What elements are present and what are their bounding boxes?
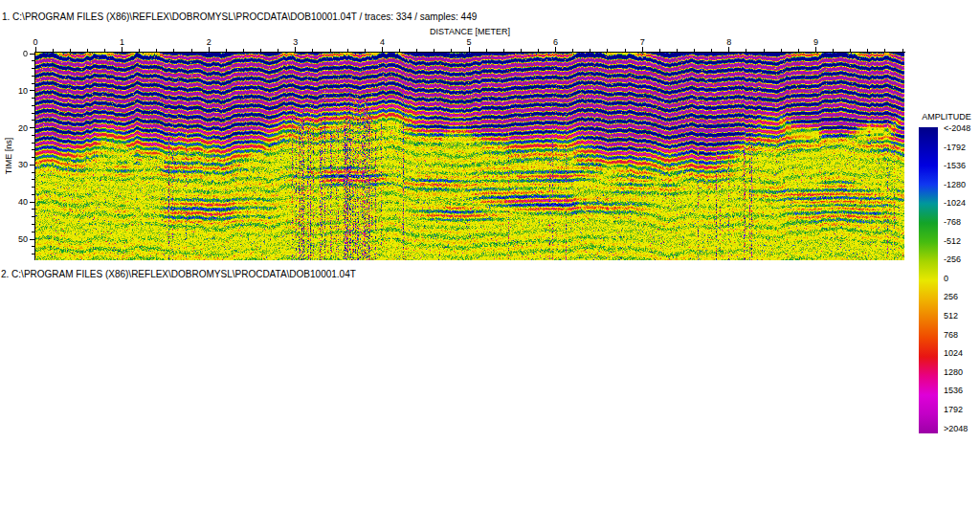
time-major-tick: [30, 239, 34, 240]
time-minor-tick: [32, 209, 34, 210]
distance-minor-tick: [330, 49, 331, 52]
distance-axis-title: DISTANCE [METER]: [430, 27, 510, 36]
distance-minor-tick: [902, 49, 903, 52]
distance-minor-tick: [347, 49, 348, 52]
distance-minor-tick: [226, 49, 227, 52]
distance-minor-tick: [191, 49, 192, 52]
distance-minor-tick: [781, 49, 782, 52]
distance-minor-tick: [521, 49, 522, 52]
distance-major-tick: [35, 47, 36, 52]
colorbar-label: -1024: [944, 198, 966, 208]
colorbar-label: -768: [944, 217, 961, 227]
distance-minor-tick: [867, 49, 868, 52]
distance-minor-tick: [87, 49, 88, 52]
distance-tick-label: 6: [553, 37, 558, 47]
colorbar-label: -1280: [944, 180, 966, 189]
distance-tick-label: 5: [466, 37, 471, 47]
time-tick-label: 20: [11, 123, 28, 133]
radargram-image[interactable]: [35, 53, 904, 260]
time-minor-tick: [32, 120, 34, 121]
time-minor-tick: [32, 179, 34, 180]
distance-minor-tick: [486, 49, 487, 52]
profile-2-title: 2. C:\PROGRAM FILES (X86)\REFLEX\DOBROMY…: [1, 269, 356, 279]
distance-minor-tick: [434, 49, 434, 52]
colorbar-label: 0: [944, 274, 948, 283]
colorbar-label: 1280: [944, 367, 963, 377]
distance-minor-tick: [53, 49, 54, 52]
time-minor-tick: [32, 224, 34, 225]
reflexw-window: 1. C:\PROGRAM FILES (X86)\REFLEX\DOBROMY…: [0, 0, 980, 531]
time-tick-label: 0: [11, 49, 28, 58]
time-minor-tick: [32, 232, 34, 232]
time-minor-tick: [32, 135, 34, 136]
distance-minor-tick: [711, 49, 712, 52]
distance-tick-label: 1: [120, 37, 124, 47]
distance-minor-tick: [764, 49, 765, 52]
distance-tick-label: 7: [640, 37, 645, 47]
time-minor-tick: [32, 194, 34, 195]
distance-minor-tick: [798, 49, 799, 52]
distance-minor-tick: [503, 49, 504, 52]
distance-minor-tick: [399, 49, 400, 52]
distance-minor-tick: [312, 49, 313, 52]
time-minor-tick: [32, 187, 34, 188]
distance-tick-label: 3: [293, 37, 298, 47]
time-tick-label: 30: [11, 160, 28, 169]
distance-minor-tick: [156, 49, 157, 52]
distance-minor-tick: [746, 49, 746, 52]
time-minor-tick: [32, 143, 34, 144]
distance-tick-label: 2: [207, 37, 212, 47]
colorbar-label: 1024: [944, 348, 963, 358]
colorbar-label: -512: [944, 236, 961, 246]
time-minor-tick: [32, 83, 34, 84]
distance-minor-tick: [677, 49, 678, 52]
time-minor-tick: [32, 98, 34, 99]
time-minor-tick: [32, 216, 34, 217]
distance-minor-tick: [278, 49, 278, 52]
time-minor-tick: [32, 76, 34, 77]
time-major-tick: [30, 127, 34, 128]
distance-minor-tick: [260, 49, 261, 52]
time-tick-label: 40: [11, 197, 28, 207]
distance-major-tick: [728, 47, 729, 52]
distance-minor-tick: [659, 49, 660, 52]
colorbar-label: 1792: [944, 405, 963, 414]
distance-major-tick: [295, 47, 296, 52]
distance-minor-tick: [590, 49, 590, 52]
colorbar-label: -256: [944, 254, 961, 264]
distance-minor-tick: [572, 49, 573, 52]
distance-major-tick: [555, 47, 556, 52]
distance-major-tick: [815, 47, 816, 52]
distance-tick-label: 0: [33, 37, 37, 47]
colorbar-label: 1536: [944, 386, 963, 395]
distance-tick-label: 9: [813, 37, 818, 47]
distance-tick-label: 4: [380, 37, 385, 47]
time-major-tick: [30, 54, 34, 55]
time-minor-tick: [32, 246, 34, 247]
profile-1-title: 1. C:\PROGRAM FILES (X86)\REFLEX\DOBROMY…: [2, 11, 477, 22]
distance-minor-tick: [139, 49, 140, 52]
time-minor-tick: [32, 172, 34, 173]
time-minor-tick: [32, 113, 34, 114]
distance-major-tick: [209, 47, 210, 52]
time-minor-tick: [32, 157, 34, 158]
colorbar-label: 256: [944, 292, 958, 301]
colorbar-label: -1792: [944, 143, 966, 152]
time-major-tick: [30, 202, 34, 203]
distance-minor-tick: [607, 49, 608, 52]
distance-major-tick: [122, 47, 122, 52]
distance-minor-tick: [70, 49, 71, 52]
distance-minor-tick: [365, 49, 366, 52]
distance-minor-tick: [243, 49, 244, 52]
distance-major-tick: [469, 47, 470, 52]
colorbar-label: -1536: [944, 161, 966, 170]
distance-major-tick: [642, 47, 643, 52]
time-minor-tick: [32, 149, 34, 150]
distance-minor-tick: [416, 49, 417, 52]
colorbar-label: >2048: [944, 424, 968, 433]
colorbar-label: 768: [944, 330, 958, 340]
amplitude-scale-title: AMPLITUDE: [922, 112, 971, 122]
distance-minor-tick: [850, 49, 851, 52]
time-major-tick: [30, 90, 34, 91]
distance-minor-tick: [104, 49, 105, 52]
